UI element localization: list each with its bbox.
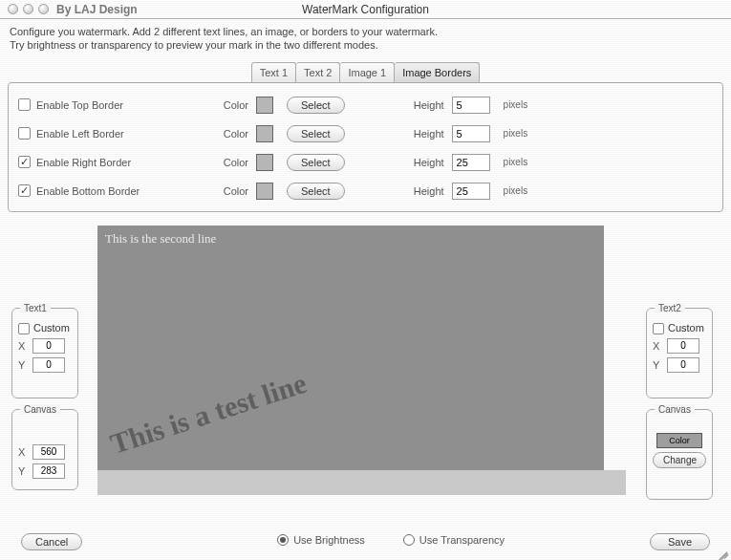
color-label: Color — [204, 128, 256, 140]
titlebar: By LAJ Design WaterMark Configuration — [0, 0, 731, 19]
bottom-color-swatch[interactable] — [256, 183, 273, 200]
text1-custom-checkbox[interactable] — [18, 323, 30, 334]
height-label: Height — [376, 185, 452, 197]
height-label: Height — [376, 99, 452, 111]
tab-image1[interactable]: Image 1 — [340, 62, 395, 82]
text2-y-input[interactable] — [667, 357, 699, 373]
canvas-y-input[interactable] — [32, 463, 65, 479]
border-panel: Enable Top Border Color Select Height pi… — [8, 82, 723, 212]
unit-label: pixels — [504, 128, 528, 139]
text2-custom-checkbox[interactable] — [653, 323, 664, 334]
enable-top-checkbox[interactable] — [18, 98, 31, 111]
cancel-button[interactable]: Cancel — [21, 533, 82, 550]
window-title: WaterMark Configuration — [0, 3, 731, 16]
border-row-left: Enable Left Border Color Select Height p… — [18, 119, 713, 148]
resize-grip-icon[interactable] — [716, 545, 729, 558]
right-height-input[interactable] — [452, 154, 490, 171]
color-label: Color — [204, 185, 256, 197]
x-label: X — [18, 446, 28, 458]
preview-shadow — [97, 470, 626, 495]
x-label: X — [653, 340, 662, 352]
preview-main-line: This is a test line — [106, 366, 310, 460]
left-height-input[interactable] — [452, 125, 490, 142]
left-color-swatch[interactable] — [256, 125, 273, 142]
x-label: X — [18, 340, 28, 352]
left-select-button[interactable]: Select — [287, 125, 345, 142]
y-label: Y — [18, 465, 28, 477]
text1-legend: Text1 — [20, 303, 51, 313]
text1-custom-label: Custom — [33, 322, 70, 334]
preview-second-line: This is the second line — [97, 226, 604, 252]
enable-left-checkbox[interactable] — [18, 127, 31, 140]
use-transparency-radio[interactable]: Use Transparency — [403, 534, 505, 546]
y-label: Y — [653, 359, 662, 371]
top-select-button[interactable]: Select — [287, 97, 345, 114]
mode-radios: Use Brightness Use Transparency — [277, 534, 505, 546]
unit-label: pixels — [504, 185, 528, 196]
canvas2-group: Canvas Color Change — [646, 409, 713, 500]
text1-group: Text1 Custom X Y — [11, 308, 78, 398]
bottom-bar: Cancel Use Brightness Use Transparency S… — [0, 529, 731, 550]
tab-image-borders[interactable]: Image Borders — [395, 62, 480, 82]
right-select-button[interactable]: Select — [287, 154, 345, 171]
radio-icon — [403, 534, 415, 546]
right-color-swatch[interactable] — [256, 154, 273, 171]
radio-icon — [277, 534, 289, 546]
enable-left-label: Enable Left Border — [36, 128, 204, 140]
canvas-x-input[interactable] — [32, 444, 65, 460]
tab-bar: Text 1 Text 2 Image 1 Image Borders — [251, 62, 481, 82]
unit-label: pixels — [504, 157, 528, 167]
enable-bottom-checkbox[interactable] — [18, 184, 31, 197]
canvas-change-button[interactable]: Change — [653, 452, 706, 468]
height-label: Height — [376, 128, 452, 140]
use-brightness-radio[interactable]: Use Brightness — [277, 534, 365, 546]
instructions: Configure you watermark. Add 2 different… — [0, 19, 731, 56]
canvas-color-button[interactable]: Color — [656, 433, 702, 448]
instructions-line: Try brightness or transparency to previe… — [10, 38, 721, 52]
enable-right-checkbox[interactable] — [18, 156, 31, 168]
color-label: Color — [204, 157, 256, 168]
text2-x-input[interactable] — [667, 338, 699, 354]
canvas1-legend: Canvas — [20, 404, 60, 415]
mid-area: This is the second line This is a test l… — [0, 226, 731, 522]
enable-bottom-label: Enable Bottom Border — [36, 185, 204, 197]
color-label: Color — [204, 99, 256, 111]
unit-label: pixels — [504, 99, 528, 110]
text2-group: Text2 Custom X Y — [646, 308, 713, 398]
text2-legend: Text2 — [655, 303, 685, 313]
enable-right-label: Enable Right Border — [36, 157, 204, 168]
text1-y-input[interactable] — [32, 357, 65, 373]
instructions-line: Configure you watermark. Add 2 different… — [10, 25, 721, 38]
preview-canvas: This is the second line This is a test l… — [97, 226, 604, 470]
text1-x-input[interactable] — [32, 338, 65, 354]
bottom-select-button[interactable]: Select — [287, 183, 345, 200]
border-row-bottom: Enable Bottom Border Color Select Height… — [18, 177, 713, 205]
text2-custom-label: Custom — [668, 322, 704, 334]
canvas2-legend: Canvas — [655, 404, 695, 415]
bottom-height-input[interactable] — [452, 183, 490, 200]
enable-top-label: Enable Top Border — [36, 99, 204, 111]
top-color-swatch[interactable] — [256, 97, 273, 114]
top-height-input[interactable] — [452, 97, 490, 114]
save-button[interactable]: Save — [650, 533, 710, 550]
height-label: Height — [376, 157, 452, 168]
tab-text2[interactable]: Text 2 — [296, 62, 340, 82]
y-label: Y — [18, 359, 28, 371]
tab-text1[interactable]: Text 1 — [251, 62, 296, 82]
canvas1-group: Canvas X Y — [11, 409, 78, 490]
border-row-right: Enable Right Border Color Select Height … — [18, 148, 713, 177]
border-row-top: Enable Top Border Color Select Height pi… — [18, 91, 713, 119]
